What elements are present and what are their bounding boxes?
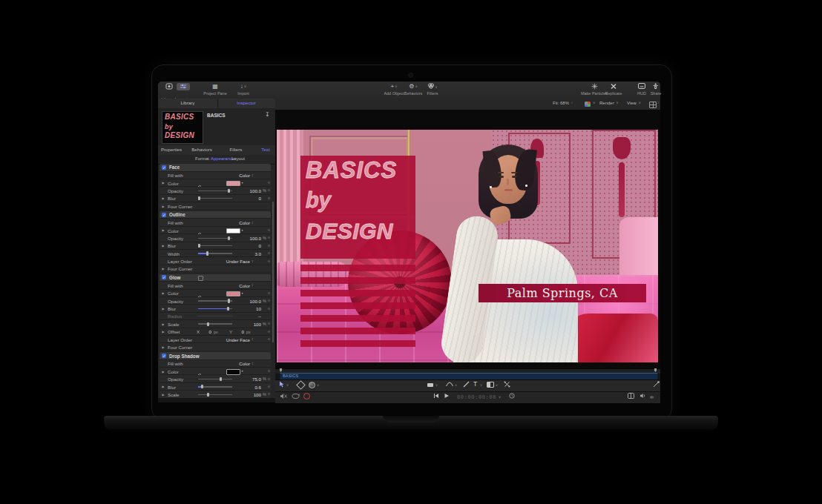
panel-scrollbar[interactable] (272, 202, 274, 342)
color-swatch[interactable] (226, 291, 240, 297)
keyframe-icon[interactable] (267, 393, 270, 396)
slider-knob[interactable] (228, 299, 230, 302)
behaviors-button[interactable]: ⚙∨ Behaviors (404, 83, 422, 96)
pin-icon[interactable]: ↧ (265, 111, 270, 118)
loop-icon[interactable] (292, 393, 300, 402)
animation-menu-icon[interactable] (198, 276, 203, 281)
slider[interactable] (198, 308, 232, 309)
replicate-button[interactable]: Replicate (605, 83, 622, 96)
clock-icon[interactable] (509, 393, 515, 401)
section-header-glow[interactable]: ✓Glow (160, 274, 271, 282)
slider[interactable] (198, 323, 232, 324)
popup-value[interactable]: Color (239, 220, 250, 225)
stepper-icon[interactable]: ↕ (251, 361, 254, 365)
chevron-down-icon[interactable]: ▾ (242, 228, 243, 232)
slider[interactable] (198, 198, 232, 199)
disclosure-icon[interactable]: ▶ (162, 393, 165, 397)
filters-button[interactable]: ∨ Filters (427, 83, 438, 96)
slider-knob[interactable] (198, 196, 200, 200)
film-icon[interactable] (628, 393, 634, 401)
color-swatch[interactable] (226, 228, 240, 234)
keyframe-icon[interactable] (267, 370, 270, 373)
slider-knob[interactable] (227, 307, 229, 311)
popup-value[interactable]: Color (239, 361, 250, 366)
tab-text[interactable]: Text (261, 147, 269, 152)
disclosure-icon[interactable]: ▶ (162, 345, 165, 349)
keyframe-pen-icon[interactable] (653, 381, 660, 390)
audio-mute-icon[interactable] (280, 393, 287, 402)
stepper-icon[interactable]: ↕ (251, 173, 254, 177)
chevron-down-icon[interactable]: ∨ (435, 383, 438, 387)
tab-behaviors[interactable]: Behaviors (191, 147, 212, 152)
section-header-face[interactable]: ✓Face (160, 164, 271, 171)
slider-knob[interactable] (207, 322, 209, 326)
stepper-icon[interactable]: ↕ (251, 259, 254, 263)
disclosure-icon[interactable]: ▶ (162, 228, 165, 232)
crop-tool-icon[interactable] (297, 382, 304, 391)
keyframe-icon[interactable] (267, 196, 270, 199)
chevron-down-icon[interactable]: ∨ (480, 383, 482, 387)
keyframe-icon[interactable] (267, 337, 270, 340)
checkbox[interactable]: ✓ (162, 354, 166, 358)
chevron-down-icon[interactable]: ∨ (286, 383, 289, 387)
make-particles-button[interactable]: Make Particles (581, 83, 608, 96)
disclosure-icon[interactable]: ▶ (162, 267, 165, 271)
keyframe-icon[interactable] (267, 322, 270, 325)
speaker-icon[interactable] (639, 393, 646, 401)
timecode-display[interactable]: 00:00:00:00 (457, 394, 496, 400)
disclosure-icon[interactable]: ▶ (162, 330, 165, 334)
slider[interactable] (198, 190, 232, 191)
disclosure-icon[interactable]: ▶ (162, 307, 165, 311)
subtab-format[interactable]: Format (195, 156, 209, 161)
keyframe-icon[interactable] (267, 291, 270, 294)
slider[interactable] (198, 300, 232, 301)
rectangle-tool-icon[interactable] (427, 382, 433, 389)
share-button[interactable]: Share (651, 83, 662, 96)
slider[interactable] (198, 245, 232, 246)
tab-properties[interactable]: Properties (161, 147, 182, 152)
slider-knob[interactable] (198, 244, 200, 248)
disclosure-icon[interactable]: ▶ (162, 385, 165, 388)
keyframe-icon[interactable] (267, 228, 270, 231)
keyframe-icon[interactable] (267, 307, 270, 310)
slider[interactable] (198, 386, 232, 387)
slider-knob[interactable] (228, 189, 230, 193)
popup-value[interactable]: Under Face (226, 337, 250, 342)
play-icon[interactable] (444, 393, 450, 401)
import-button[interactable]: ↓∨ Import (237, 83, 249, 96)
grid-icon[interactable] (649, 102, 657, 108)
chevron-down-icon[interactable]: ▾ (242, 291, 243, 295)
stepper-icon[interactable]: ↕ (251, 282, 254, 287)
slider-knob[interactable] (206, 251, 208, 255)
keyframe-icon[interactable] (267, 330, 270, 333)
library-button[interactable] (164, 83, 174, 90)
popup-value[interactable]: Under Face (226, 259, 250, 264)
keyframe-icon[interactable] (267, 236, 270, 239)
title-overlay-box[interactable]: BASICS by DESIGN (300, 156, 415, 252)
keyframe-icon[interactable] (267, 377, 270, 380)
slider-knob[interactable] (220, 377, 222, 381)
popup-value[interactable]: Color (239, 173, 250, 178)
select-tool-icon[interactable] (279, 381, 284, 390)
slider[interactable] (198, 316, 232, 316)
disclosure-icon[interactable]: ▶ (162, 291, 165, 295)
popup-value[interactable]: Color (239, 283, 250, 288)
hud-button[interactable]: HUD (637, 83, 647, 96)
disclosure-icon[interactable]: ▶ (162, 244, 165, 248)
stepper-icon[interactable]: ↕ (251, 220, 254, 225)
keyframe-icon[interactable] (267, 299, 270, 302)
bezier-tool-icon[interactable] (446, 381, 453, 389)
canvas-project-image[interactable]: BASICS by DESIGN Palm Springs, CA (277, 130, 658, 362)
tab-filters[interactable]: Filters (230, 147, 243, 152)
x-value[interactable]: 0 (204, 329, 211, 334)
section-header-drop-shadow[interactable]: ✓Drop Shadow (160, 352, 271, 359)
chevron-down-icon[interactable]: ∨ (455, 383, 457, 387)
subtab-layout[interactable]: Layout (231, 156, 245, 161)
slider-knob[interactable] (207, 393, 209, 397)
view-menu[interactable]: View ∨ (627, 101, 641, 105)
keyframe-icon[interactable] (267, 259, 270, 262)
y-value[interactable]: 0 (237, 329, 244, 334)
slider[interactable] (198, 238, 232, 239)
chevron-down-icon[interactable]: ▾ (242, 181, 243, 185)
inspector-button[interactable] (177, 83, 190, 90)
